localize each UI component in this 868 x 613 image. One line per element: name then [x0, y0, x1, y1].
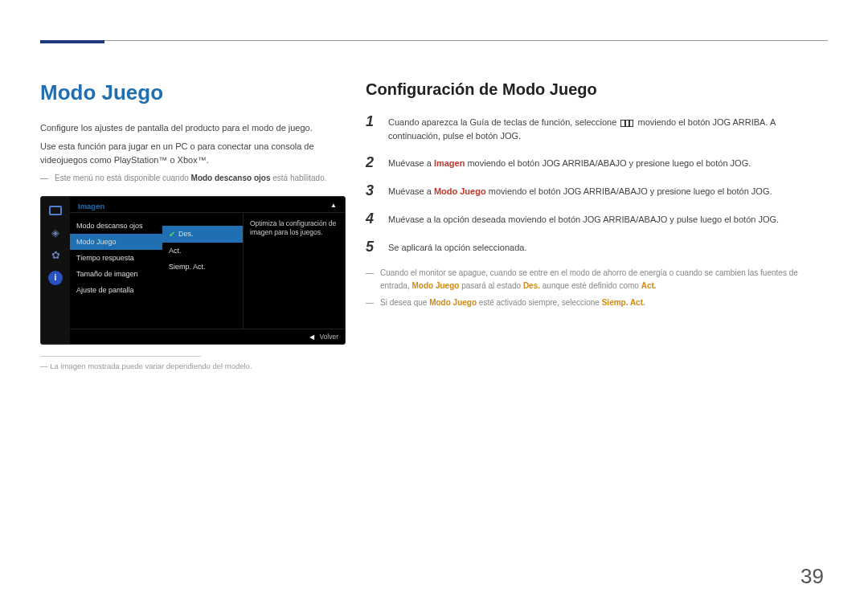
intro-p1: Configure los ajustes de pantalla del pr… [40, 121, 346, 135]
osd-item-response: Tiempo respuesta [70, 250, 162, 266]
osd-sub-off-label: Des. [178, 230, 194, 238]
step-2-num: 2 [366, 154, 377, 171]
step-3-text: Muévase a Modo Juego moviendo el botón J… [388, 182, 772, 199]
osd-footer-label: Volver [319, 333, 338, 341]
step-5: 5 Se aplicará la opción seleccionada. [366, 239, 828, 255]
pip-icon: ◈ [48, 226, 63, 240]
n2f: Act. [641, 281, 657, 290]
n2c: pasará al estado [459, 281, 523, 290]
note1-pre: Este menú no está disponible cuando [55, 174, 191, 182]
up-arrow-icon: ▲ [330, 202, 337, 210]
section-title: Configuración de Modo Juego [366, 80, 828, 99]
note-eye-saver: Este menú no está disponible cuando Modo… [40, 172, 346, 185]
step-4-text: Muévase a la opción deseada moviendo el … [388, 210, 779, 227]
osd-footer: ◀ Volver [70, 329, 345, 344]
osd-icon-column: ◈ ✿ i [41, 197, 70, 344]
note1-bold: Modo descanso ojos [191, 174, 271, 182]
osd-item-size: Tamaño de imagen [70, 266, 162, 282]
n2b: Modo Juego [411, 281, 459, 290]
osd-header: Imagen ▲ [70, 197, 345, 213]
osd-item-adjust: Ajuste de pantalla [70, 282, 162, 298]
note-always-on: Si desea que Modo Juego esté activado si… [366, 296, 828, 309]
step-5-num: 5 [366, 239, 377, 255]
left-arrow-icon: ◀ [309, 333, 314, 341]
menu-icon [620, 120, 633, 127]
step-1-num: 1 [366, 113, 377, 143]
n3a: Si desea que [380, 298, 429, 307]
osd-main: Imagen ▲ Modo descanso ojos Modo Juego T… [70, 197, 345, 344]
s3a: Muévase a [388, 186, 434, 196]
caption-text: La imagen mostrada puede variar dependie… [50, 362, 252, 370]
gear-icon: ✿ [48, 248, 63, 263]
image-disclaimer: ― La imagen mostrada puede variar depend… [40, 362, 346, 370]
osd-description: Optimiza la configuración de imagen para… [243, 213, 345, 329]
note1-post: está habilitado. [270, 174, 326, 182]
s2c: moviendo el botón JOG ARRIBA/ABAJO y pre… [465, 158, 751, 168]
step-4-num: 4 [366, 210, 377, 227]
osd-item-eyesaver: Modo descanso ojos [70, 218, 162, 234]
left-column: Modo Juego Configure los ajustes de pant… [40, 80, 346, 370]
page-number: 39 [800, 564, 824, 589]
note-monitor-off: Cuando el monitor se apague, cuando se e… [366, 267, 828, 292]
s2a: Muévase a [388, 158, 434, 168]
s3b: Modo Juego [434, 186, 486, 196]
n3d: Siemp. Act. [602, 298, 645, 307]
osd-sub-off: ✔ Des. [162, 226, 243, 243]
osd-sub-always: Siemp. Act. [162, 259, 243, 275]
top-rule [40, 40, 828, 41]
info-icon: i [48, 271, 63, 285]
osd-submenu: ✔ Des. Act. Siemp. Act. [162, 213, 243, 329]
osd-header-title: Imagen [78, 202, 104, 210]
n2e: aunque esté definido como [540, 281, 641, 290]
step-2-text: Muévase a Imagen moviendo el botón JOG A… [388, 154, 751, 171]
osd-sub-on: Act. [162, 243, 243, 259]
n3b: Modo Juego [429, 298, 477, 307]
check-icon: ✔ [169, 230, 175, 239]
step-3-num: 3 [366, 182, 377, 199]
step-5-text: Se aplicará la opción seleccionada. [388, 239, 526, 255]
step-3: 3 Muévase a Modo Juego moviendo el botón… [366, 182, 828, 199]
osd-menu: Modo descanso ojos Modo Juego Tiempo res… [70, 213, 162, 329]
divider [40, 356, 201, 357]
step-2: 2 Muévase a Imagen moviendo el botón JOG… [366, 154, 828, 171]
top-accent [40, 40, 104, 43]
s2b: Imagen [434, 158, 465, 168]
n3c: esté activado siempre, seleccione [477, 298, 602, 307]
step-1: 1 Cuando aparezca la Guía de teclas de f… [366, 113, 828, 143]
n2d: Des. [523, 281, 540, 290]
osd-item-gamemode: Modo Juego [70, 234, 162, 250]
intro-p2: Use esta función para jugar en un PC o p… [40, 140, 346, 167]
step-1-text: Cuando aparezca la Guía de teclas de fun… [388, 113, 828, 143]
osd-body: Modo descanso ojos Modo Juego Tiempo res… [70, 213, 345, 329]
monitor-icon [48, 203, 63, 218]
s3c: moviendo el botón JOG ARRIBA/ABAJO y pre… [486, 186, 772, 196]
step-4: 4 Muévase a la opción deseada moviendo e… [366, 210, 828, 227]
osd-screenshot: ◈ ✿ i Imagen ▲ Modo descanso ojos Modo J… [40, 196, 346, 345]
s1a: Cuando aparezca la Guía de teclas de fun… [388, 117, 619, 127]
caption-dash: ― [40, 362, 50, 370]
right-column: Configuración de Modo Juego 1 Cuando apa… [366, 80, 828, 309]
page-title: Modo Juego [40, 80, 346, 105]
